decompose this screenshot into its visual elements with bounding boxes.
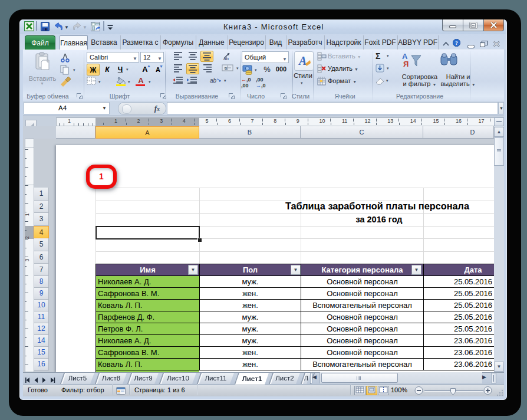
svg-text:?: ? — [455, 40, 458, 46]
svg-text:ab: ab — [210, 77, 217, 84]
svg-text:ab: ab — [223, 56, 229, 61]
svg-text:Я: Я — [403, 60, 409, 68]
svg-text:A: A — [298, 54, 307, 67]
svg-text:a: a — [225, 66, 227, 70]
